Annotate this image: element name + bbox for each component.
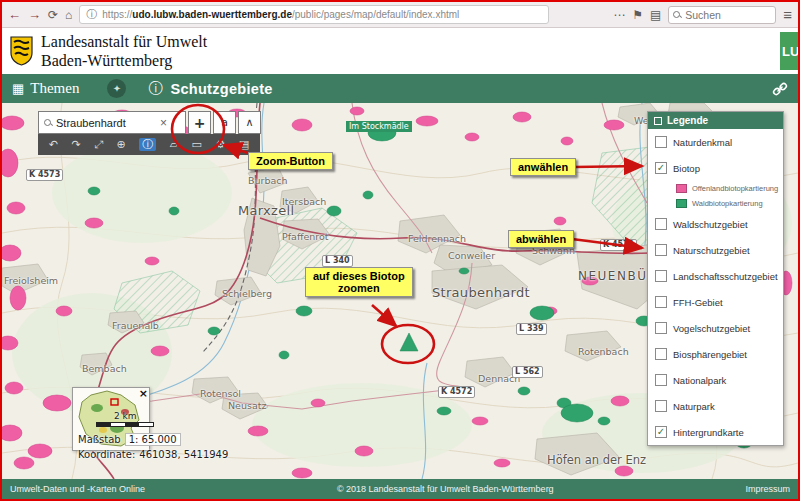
browser-search-input[interactable] [685, 9, 755, 21]
map-label: Feldrennach [408, 233, 466, 244]
checkbox-waldschutzgebiet[interactable] [655, 218, 667, 230]
map-label: Pfaffenrot [282, 231, 329, 242]
legend-title: Legende [667, 115, 708, 126]
browser-forward-icon[interactable]: → [28, 8, 41, 21]
legend-panel: Legende Naturdenkmal ✓ Biotop Offenlandb… [647, 111, 784, 446]
coordinate-readout: Koordinate: 461038, 5411949 [78, 449, 228, 460]
checkbox-ffh-gebiet[interactable] [655, 296, 667, 308]
note-abwaehlen: abwählen [508, 230, 574, 248]
legend-sub-label: Waldbiotopkartierung [692, 199, 763, 208]
map-label: Burbach [248, 175, 288, 186]
legend-item-naturpark: Naturpark [648, 393, 783, 419]
checkbox-biotop[interactable]: ✓ [655, 162, 667, 174]
clear-search-icon[interactable]: × [160, 116, 167, 130]
legend-item-hintergrundkarte: ✓ Hintergrundkarte [648, 419, 783, 445]
masstab-value: 1: 65.000 [125, 433, 181, 446]
checkbox-biosphaerengebiet[interactable] [655, 348, 667, 360]
browser-search-box[interactable] [668, 6, 776, 24]
legend-label: Naturpark [673, 401, 715, 412]
note-anwaehlen: anwählen [510, 158, 576, 176]
search-icon [673, 11, 681, 19]
footer-impressum-link[interactable]: Impressum [745, 484, 790, 494]
legend-icon [654, 117, 662, 125]
checkbox-vogelschutzgebiet[interactable] [655, 322, 667, 334]
tools-icon[interactable]: ✦ [107, 79, 126, 98]
map-label-straubenhardt: Straubenhardt [432, 285, 530, 300]
url-text: https://udo.lubw.baden-wuerttemberg.de/p… [102, 9, 459, 20]
themen-menu[interactable]: ▦Themen [12, 80, 79, 97]
road-shield: L 339 [516, 323, 547, 335]
redo-icon[interactable]: ↷ [71, 139, 80, 150]
wald-swatch [676, 199, 687, 208]
legend-label: Biotop [673, 163, 700, 174]
legend-sub-label: Offenlandbiotopkartierung [692, 184, 778, 193]
lubw-logo: LU [780, 32, 798, 70]
legend-sub-wald: Waldbiotopkartierung [648, 196, 783, 211]
legend-label: Naturdenkmal [673, 137, 732, 148]
legend-item-nationalpark: Nationalpark [648, 367, 783, 393]
collapse-toolbar-button[interactable]: ∧ [238, 111, 261, 134]
print-icon[interactable]: ▤ [239, 139, 249, 150]
zoom-in-button[interactable]: + [188, 111, 211, 134]
browser-back-icon[interactable]: ← [8, 8, 21, 21]
pocket-icon[interactable]: ⚑ [632, 9, 643, 21]
font-size-button[interactable]: a [213, 111, 236, 134]
offenland-swatch [676, 184, 687, 193]
legend-item-biotop: ✓ Biotop [648, 155, 783, 181]
checkbox-landschaftsschutzgebiet[interactable] [655, 270, 667, 282]
legend-label: Vogelschutzgebiet [673, 323, 750, 334]
app-title-line1: Landesanstalt für Umwelt [41, 32, 207, 51]
library-icon[interactable]: ▤ [650, 9, 661, 21]
map-label: Freiolsheim [4, 275, 58, 286]
checkbox-naturpark[interactable] [655, 400, 667, 412]
checkbox-naturschutzgebiet[interactable] [655, 244, 667, 256]
koordinate-value: 461038, 5411949 [139, 449, 228, 460]
select-rect-icon[interactable]: ▭ [192, 139, 202, 150]
legend-label: Naturschutzgebiet [673, 245, 750, 256]
scale-bar-label: 2 km [114, 411, 154, 421]
legend-label: Nationalpark [673, 375, 726, 386]
permalink-icon[interactable] [772, 81, 788, 97]
legend-item-ffh-gebiet: FFH-Gebiet [648, 289, 783, 315]
measure-tool-icon[interactable]: ▱ [170, 139, 178, 150]
map-label: Conweiler [448, 250, 495, 261]
undo-icon[interactable]: ↶ [49, 139, 58, 150]
map-label: Bembach [82, 363, 127, 374]
status-bar: Umwelt-Daten und -Karten Online © 2018 L… [2, 479, 798, 499]
scale-bar: 2 km [96, 411, 154, 427]
map-label: Schielberg [222, 288, 272, 299]
site-info-icon[interactable]: ⓘ [86, 7, 97, 22]
fullscreen-icon[interactable]: ⤢ [94, 139, 103, 150]
legend-label: Hintergrundkarte [673, 427, 744, 438]
masstab-label: Maßstab [78, 434, 121, 445]
map-label: Frauenalb [112, 320, 159, 331]
info-tool-icon[interactable]: ⓘ [139, 138, 156, 151]
checkbox-naturdenkmal[interactable] [655, 136, 667, 148]
legend-label: Landschaftsschutzgebiet [673, 271, 778, 282]
map-search-input[interactable] [56, 117, 156, 129]
page-actions-icon[interactable]: ⋯ [613, 9, 625, 21]
url-bar[interactable]: ⓘ https://udo.lubw.baden-wuerttemberg.de… [79, 5, 549, 24]
url-host: udo.lubw.baden-wuerttemberg.de [132, 9, 292, 20]
map-label: Rotensol [200, 388, 241, 399]
menu-hamburger-icon[interactable]: ≡ [783, 7, 792, 22]
scale-readout: Maßstab 1: 65.000 [78, 433, 181, 446]
legend-item-vogelschutzgebiet: Vogelschutzgebiet [648, 315, 783, 341]
reload-icon[interactable]: ⟳ [48, 9, 58, 21]
checkbox-nationalpark[interactable] [655, 374, 667, 386]
road-shield: L 562 [512, 366, 543, 378]
note-biotop-line1: auf dieses Biotop [313, 270, 405, 282]
map-area: Marxzell Straubenhardt NEUENBÜRG Burbach… [2, 103, 798, 479]
info-icon[interactable]: ⓘ [148, 80, 162, 98]
pan-tool-icon[interactable]: ⊕ [116, 139, 125, 150]
road-shield: K 4571 [600, 239, 637, 251]
map-search-box[interactable]: × [38, 111, 186, 134]
scale-bar-graphic [96, 422, 154, 427]
page-title: Schutzgebiete [170, 81, 272, 97]
settings-icon[interactable]: ⚙ [215, 139, 225, 150]
koordinate-label: Koordinate: [78, 449, 135, 460]
checkbox-hintergrundkarte[interactable]: ✓ [655, 426, 667, 438]
home-icon[interactable]: ⌂ [65, 9, 72, 21]
map-label: Neusatz [228, 400, 266, 411]
overview-close-icon[interactable]: × [139, 387, 148, 400]
